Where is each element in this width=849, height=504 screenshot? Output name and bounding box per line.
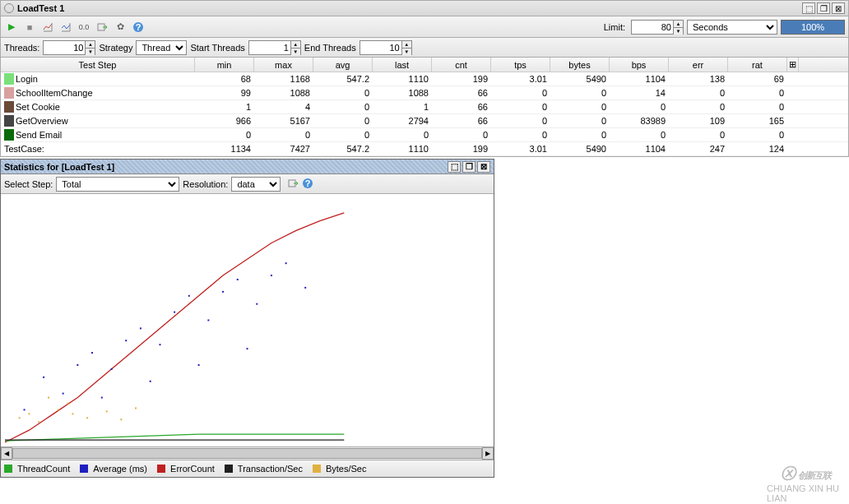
svg-rect-15 [256, 303, 257, 305]
th-max[interactable]: max [254, 58, 313, 72]
legend-swatch [313, 465, 321, 473]
stats-help-icon[interactable]: ? [302, 178, 313, 191]
help-icon[interactable]: ? [131, 20, 146, 35]
cell-value: 0 [610, 128, 669, 141]
cell-value: 966 [195, 114, 254, 127]
cell-value: 0 [491, 114, 550, 127]
cell-value: 0 [491, 128, 550, 141]
svg-rect-7 [63, 393, 64, 395]
cell-value: 165 [728, 114, 787, 127]
app-icon [4, 3, 14, 13]
limit-spinner[interactable]: ▲▼ [631, 20, 684, 35]
scroll-left-icon[interactable]: ◀ [1, 447, 12, 460]
restore-icon[interactable]: ❐ [817, 2, 830, 14]
cell-value: 0 [491, 86, 550, 99]
th-bps[interactable]: bps [610, 58, 669, 72]
stats-titlebar: Statistics for [LoadTest 1] ⬚ ❐ ⊠ [1, 160, 494, 174]
th-tps[interactable]: tps [491, 58, 550, 72]
cell-value: 83989 [610, 114, 669, 127]
progress-bar: 100% [781, 20, 845, 35]
legend-swatch [225, 465, 233, 473]
svg-rect-17 [304, 287, 306, 289]
cell-value: 0 [373, 128, 432, 141]
cell-name: SchoolItemChange [1, 86, 195, 99]
cell-value: 99 [195, 86, 254, 99]
th-bytes[interactable]: bytes [550, 58, 610, 72]
select-step-label: Select Step: [4, 179, 53, 189]
table-row[interactable]: Set Cookie14016600000 [1, 100, 848, 114]
table-row[interactable]: Send Email0000000000 [1, 128, 848, 142]
cell-value: 2794 [373, 114, 432, 127]
settings-icon[interactable]: ✿ [113, 20, 128, 35]
cell-value: 0 [491, 100, 550, 113]
run-button[interactable]: ▶ [4, 20, 19, 35]
threads-input[interactable] [44, 41, 85, 54]
svg-rect-32 [86, 417, 88, 418]
limit-down[interactable]: ▼ [673, 28, 683, 35]
chart-scrollbar[interactable]: ◀ ▶ [1, 447, 494, 460]
stats-chart2-icon[interactable] [58, 20, 73, 35]
table-row[interactable]: TestCase:11347427547.211101993.015490110… [1, 142, 848, 156]
svg-rect-14 [237, 279, 239, 280]
scroll-thumb[interactable] [12, 448, 482, 459]
maximize-internal-icon[interactable]: ⬚ [802, 2, 815, 14]
stats-close-icon[interactable]: ⊠ [477, 161, 490, 173]
limit-up[interactable]: ▲ [673, 21, 683, 28]
start-threads-input[interactable] [249, 41, 290, 54]
th-rat[interactable]: rat [728, 58, 787, 72]
th-cnt[interactable]: cnt [432, 58, 491, 72]
end-threads-input[interactable] [360, 41, 401, 54]
cell-value: 0 [195, 128, 254, 141]
select-step-combo[interactable]: Total [56, 177, 179, 192]
cell-value: 1110 [373, 142, 432, 155]
cell-value: 1110 [373, 72, 432, 86]
scroll-right-icon[interactable]: ▶ [482, 447, 494, 460]
end-threads-spinner[interactable]: ▲▼ [360, 40, 412, 55]
stats-max-icon[interactable]: ❐ [462, 161, 476, 173]
th-teststep[interactable]: Test Step [1, 58, 195, 72]
chart-legend: ThreadCountAverage (ms)ErrorCountTransac… [1, 460, 494, 477]
svg-rect-30 [58, 409, 59, 410]
threads-spinner[interactable]: ▲▼ [43, 40, 95, 55]
results-table: Test Step min max avg last cnt tps bytes… [0, 58, 849, 157]
cell-value: 7427 [254, 142, 313, 155]
start-threads-label: Start Threads [190, 43, 244, 53]
start-threads-spinner[interactable]: ▲▼ [248, 40, 301, 55]
stop-button[interactable]: ■ [22, 20, 37, 35]
th-err[interactable]: err [669, 58, 728, 72]
table-header: Test Step min max avg last cnt tps bytes… [1, 58, 848, 72]
stats-min-icon[interactable]: ⬚ [448, 161, 461, 173]
stats-chart-icon[interactable] [40, 20, 55, 35]
legend-label: ErrorCount [170, 464, 215, 474]
strategy-select[interactable]: Thread [136, 40, 187, 55]
table-row[interactable]: GetOverview966516702794660083989109165 [1, 114, 848, 128]
th-options-icon[interactable]: ⊞ [787, 58, 799, 72]
cell-value: 0 [669, 128, 728, 141]
cell-value: 3.01 [491, 72, 550, 86]
svg-rect-22 [222, 291, 224, 293]
cell-value: 1104 [610, 72, 669, 86]
stats-chart[interactable] [1, 194, 494, 447]
table-row[interactable]: SchoolItemChange9910880108866001400 [1, 86, 848, 100]
table-row[interactable]: Login681168547.211101993.015490110413869 [1, 72, 848, 86]
svg-rect-31 [72, 413, 73, 414]
close-icon[interactable]: ⊠ [832, 2, 845, 14]
limit-input[interactable] [632, 21, 673, 34]
cell-value: 1088 [373, 86, 432, 99]
th-min[interactable]: min [195, 58, 254, 72]
cell-name: GetOverview [1, 114, 195, 127]
export-icon[interactable] [95, 20, 109, 35]
cell-value: 0 [432, 128, 491, 141]
limit-unit-select[interactable]: Seconds [687, 20, 777, 35]
cell-value: 0 [550, 86, 610, 99]
resolution-combo[interactable]: data [231, 177, 281, 192]
th-last[interactable]: last [373, 58, 432, 72]
reset-icon[interactable]: 0.0 [77, 20, 91, 35]
cell-value: 199 [432, 142, 491, 155]
threads-label: Threads: [4, 43, 39, 53]
stats-export-icon[interactable] [287, 178, 299, 191]
main-toolbar: ▶ ■ 0.0 ✿ ? Limit: ▲▼ Seconds 100% [0, 16, 849, 38]
th-avg[interactable]: avg [313, 58, 373, 72]
cell-value: 0 [313, 86, 373, 99]
svg-rect-6 [43, 377, 44, 378]
